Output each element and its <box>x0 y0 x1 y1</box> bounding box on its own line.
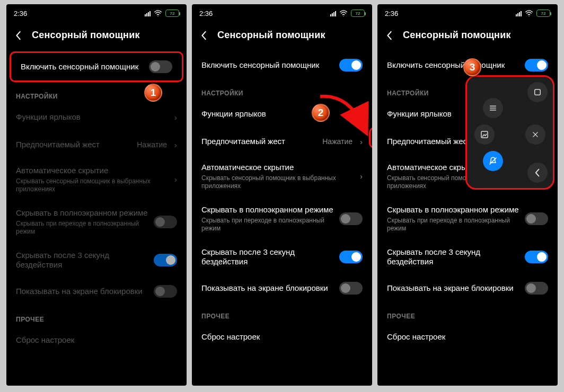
status-bar: 2:36 72 <box>6 4 187 22</box>
enable-label: Включить сенсорный помощник <box>387 60 519 70</box>
lock-row[interactable]: Показывать на экране блокировки <box>6 278 187 305</box>
autohide-label: Автоматическое скрытие <box>201 163 355 173</box>
autohide-sub: Скрывать сенсорный помощник в выбранных … <box>16 177 169 193</box>
enable-toggle[interactable] <box>525 59 548 72</box>
quickball-home-button[interactable] <box>527 82 548 102</box>
autohide-row[interactable]: Автоматическое скрытиеСкрывать сенсорный… <box>6 158 187 201</box>
fullhide-row[interactable]: Скрывать в полноэкранном режимеСкрывать … <box>377 198 558 240</box>
lock-label: Показывать на экране блокировки <box>201 283 334 293</box>
fullhide-row[interactable]: Скрывать в полноэкранном режимеСкрывать … <box>6 201 187 243</box>
enable-toggle[interactable] <box>149 60 172 73</box>
gesture-row[interactable]: Предпочитаемый жестНажатие› <box>6 131 187 158</box>
autohide-row[interactable]: Автоматическое скрытиеСкрывать сенсорный… <box>192 155 372 198</box>
quickball-screenshot-button[interactable] <box>474 124 495 145</box>
gesture-label: Предпочитаемый жест <box>201 137 317 147</box>
chevron-right-icon: › <box>174 113 177 122</box>
fullhide-row[interactable]: Скрывать в полноэкранном режимеСкрывать … <box>192 198 372 240</box>
fullhide-sub: Скрывать при переходе в полноэкранный ре… <box>201 217 334 233</box>
lock-row[interactable]: Показывать на экране блокировки <box>377 274 558 302</box>
fullhide-label: Скрывать в полноэкранном режиме <box>16 208 148 218</box>
idle-row[interactable]: Скрывать после 3 секунд бездействия <box>192 240 372 275</box>
status-bar: 2:36 72 <box>192 4 372 22</box>
chevron-right-icon: › <box>360 137 363 146</box>
wifi-icon <box>525 10 533 16</box>
page-title: Сенсорный помощник <box>217 30 325 41</box>
idle-toggle[interactable] <box>154 254 177 266</box>
svg-point-2 <box>528 16 529 16</box>
fullhide-toggle[interactable] <box>339 212 363 225</box>
cell-signal-icon <box>145 10 151 16</box>
enable-label: Включить сенсорный помощник <box>21 62 144 72</box>
page-title: Сенсорный помощник <box>32 30 140 41</box>
gesture-label: Предпочитаемый жест <box>16 140 131 150</box>
step-badge-1: 1 <box>144 84 162 102</box>
autohide-sub: Скрывать сенсорный помощник в выбранных … <box>201 174 355 190</box>
quickball-close-button[interactable] <box>525 124 545 145</box>
fullhide-sub: Скрывать при переходе в полноэкранный ре… <box>387 217 519 233</box>
section-other: ПРОЧЕЕ <box>6 305 187 326</box>
idle-toggle[interactable] <box>525 251 548 263</box>
phone-screen-3: 2:36 72 Сенсорный помощник Включить сенс… <box>377 4 558 386</box>
chevron-right-icon: › <box>174 140 177 149</box>
idle-row[interactable]: Скрывать после 3 секунд бездействия <box>6 243 187 278</box>
chevron-right-icon: › <box>360 172 363 181</box>
quickball-menu-button[interactable] <box>483 98 503 118</box>
section-other: ПРОЧЕЕ <box>377 302 558 323</box>
enable-toggle-row[interactable]: Включить сенсорный помощник <box>11 53 182 81</box>
step-badge-2: 2 <box>312 104 330 122</box>
back-button[interactable] <box>199 31 209 40</box>
cell-signal-icon <box>330 10 336 16</box>
idle-toggle[interactable] <box>339 251 363 263</box>
page-header: Сенсорный помощник <box>192 22 372 51</box>
enable-toggle[interactable] <box>339 59 363 72</box>
reset-label: Сброс настроек <box>201 332 363 342</box>
fullhide-toggle[interactable] <box>154 216 177 228</box>
idle-label: Скрывать после 3 секунд бездействия <box>201 247 334 268</box>
phone-screen-1: 2:36 72 Сенсорный помощник Включить сенс… <box>6 4 187 386</box>
page-header: Сенсорный помощник <box>6 22 187 51</box>
reset-row[interactable]: Сброс настроек <box>192 323 372 351</box>
status-bar: 2:36 72 <box>377 4 558 22</box>
idle-label: Скрывать после 3 секунд бездействия <box>16 251 148 271</box>
back-button[interactable] <box>385 31 394 40</box>
enable-toggle-row[interactable]: Включить сенсорный помощник <box>192 51 372 79</box>
reset-row[interactable]: Сброс настроек <box>377 323 558 351</box>
gesture-row[interactable]: Предпочитаемый жестНажатие› <box>192 128 372 155</box>
idle-row[interactable]: Скрывать после 3 секунд бездействия <box>377 240 558 275</box>
fullhide-toggle[interactable] <box>525 212 548 225</box>
svg-point-0 <box>157 16 158 16</box>
shortcuts-label: Функции ярлыков <box>201 109 355 119</box>
phone-screen-2: 2:36 72 Сенсорный помощник Включить сенс… <box>192 4 372 386</box>
section-settings: НАСТРОЙКИ <box>192 79 372 100</box>
chevron-right-icon: › <box>360 110 363 119</box>
autohide-label: Автоматическое скрытие <box>16 166 169 176</box>
quickball-handle[interactable] <box>369 127 372 148</box>
wifi-icon <box>339 10 348 16</box>
svg-point-1 <box>343 16 343 16</box>
reset-row[interactable]: Сброс настроек <box>6 326 187 354</box>
quickball-back-button[interactable] <box>527 163 548 183</box>
clock: 2:36 <box>385 10 398 17</box>
enable-label: Включить сенсорный помощник <box>201 60 334 70</box>
lock-row[interactable]: Показывать на экране блокировки <box>192 274 372 302</box>
gesture-value: Нажатие <box>137 140 167 149</box>
step-badge-3: 3 <box>463 58 481 76</box>
lock-toggle[interactable] <box>154 285 177 298</box>
lock-toggle[interactable] <box>525 282 548 295</box>
wifi-icon <box>154 10 162 16</box>
reset-label: Сброс настроек <box>387 332 548 342</box>
quickball-menu <box>465 75 554 190</box>
lock-toggle[interactable] <box>339 282 363 295</box>
cell-signal-icon <box>516 10 522 16</box>
reset-label: Сброс настроек <box>16 335 177 345</box>
battery-icon: 72 <box>536 10 550 17</box>
fullhide-label: Скрывать в полноэкранном режиме <box>387 205 519 215</box>
quickball-mute-button[interactable] <box>483 151 503 171</box>
shortcuts-row[interactable]: Функции ярлыков› <box>6 103 187 131</box>
svg-rect-3 <box>535 90 541 95</box>
shortcuts-row[interactable]: Функции ярлыков› <box>192 100 372 128</box>
battery-icon: 72 <box>351 10 365 17</box>
idle-label: Скрывать после 3 секунд бездействия <box>387 247 519 268</box>
clock: 2:36 <box>199 10 213 17</box>
back-button[interactable] <box>14 31 23 40</box>
